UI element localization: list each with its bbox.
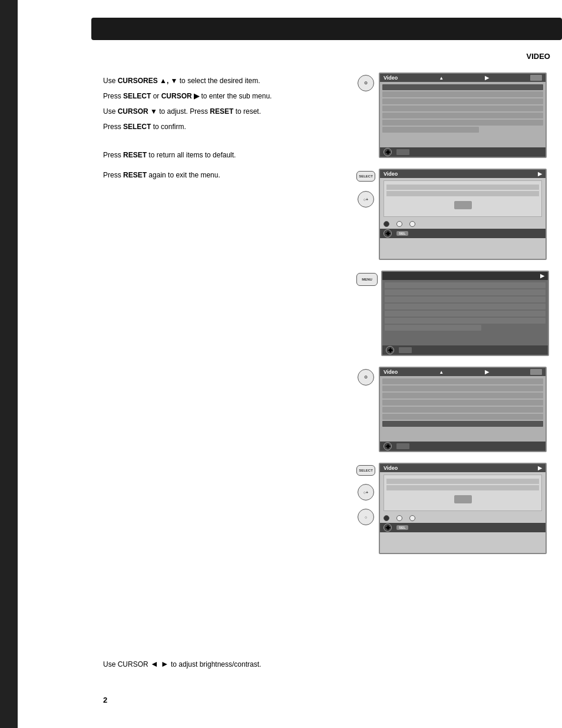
sub-panel-arrow-5: ▶ — [538, 465, 542, 471]
panel-button-col-3: MENU — [356, 271, 378, 286]
panel-button-col-5: SELECT ○+ ○ — [356, 463, 375, 525]
footer-rect-4 — [396, 443, 409, 449]
circle-button-2[interactable]: ○+ — [358, 191, 374, 207]
radio5-circle-2 — [396, 515, 402, 521]
footer-icon-4: ✦ — [384, 442, 392, 450]
radio-item-1 — [384, 221, 389, 227]
panel-footer-1: ✦ — [380, 147, 546, 157]
panel-footer-3: ✦ — [382, 345, 548, 355]
radio-item-3 — [409, 221, 415, 227]
select-label-1: SELECT — [123, 92, 151, 100]
panel-wrapper-4: ⊙ Video ▲ ▶ — [356, 367, 551, 452]
sub-panel-5: Video ▶ — [379, 463, 547, 554]
cursor-button-4[interactable]: ⊙ — [358, 369, 374, 386]
video-label: VIDEO — [527, 52, 550, 61]
radio-circle-filled — [384, 221, 389, 227]
bottom-instructions-block: Use CURSOR ◄ ► to adjust brightness/cont… — [103, 658, 351, 675]
radio-circle-3 — [409, 221, 415, 227]
left-sidebar-strip — [0, 0, 18, 728]
footer-rect-3 — [399, 347, 412, 353]
sub5-center — [386, 493, 539, 506]
circle-button-5a[interactable]: ○+ — [358, 484, 374, 500]
panel-button-col-2: SELECT ○+ — [356, 169, 375, 207]
dark-row-6 — [385, 318, 546, 324]
circle-button-5b[interactable]: ○ — [358, 509, 374, 525]
select-button-5[interactable]: SELECT — [356, 465, 375, 476]
sub5-row-1 — [386, 479, 539, 484]
panel-row-selected — [382, 84, 543, 90]
panel-arrow-3: ▶ — [540, 273, 544, 279]
reset-label-3: RESET — [123, 171, 147, 179]
panel-small-rect-1 — [530, 75, 542, 81]
cursor-icon-1: ⊙ — [364, 81, 368, 85]
panel-wrapper-5: SELECT ○+ ○ Video ▶ — [356, 463, 551, 554]
arrows-lr-icon: ◄ ► — [150, 659, 169, 668]
radio-row-5 — [380, 513, 546, 523]
panel-header-4: Video ▲ ▶ — [380, 368, 546, 376]
radio5-circle-3 — [409, 515, 415, 521]
p4-row-2 — [382, 386, 543, 391]
footer-icon-sub-5: ✦ — [384, 523, 392, 532]
dark-row-4 — [385, 304, 546, 309]
bottom-instruction-line: Use CURSOR ◄ ► to adjust brightness/cont… — [103, 658, 351, 670]
panel-row-4 — [382, 106, 543, 111]
top-bar — [91, 18, 562, 40]
cursor-button-1[interactable]: ⊙ — [358, 75, 374, 91]
panel-row-7 — [382, 127, 479, 133]
sub-panel-title-2: Video — [384, 171, 398, 177]
sub-panel-header-2: Video ▶ — [380, 170, 546, 178]
instruction-6: Press RESET again to exit the menu. — [103, 170, 356, 180]
instructions-block: Use CURSORES ▲, ▼ to select the desired … — [103, 75, 356, 185]
circle-icon-5a: ○+ — [363, 490, 368, 495]
panel-arrow-right-1: ▶ — [485, 75, 489, 81]
sub-panel-title-5: Video — [384, 465, 398, 471]
panel-wrapper-3: MENU ▶ ✦ — [356, 271, 551, 356]
footer-icon-1: ✦ — [384, 148, 392, 156]
sub-panel-arrow-2: ▶ — [538, 171, 542, 177]
sub-panel-footer-2: ✦ SEL — [380, 229, 546, 238]
p4-row-selected — [382, 421, 543, 427]
select-button-1[interactable]: SELECT — [356, 171, 375, 182]
cursores-label: CURSORES ▲, ▼ — [118, 77, 178, 85]
panel-arrow-up-1: ▲ — [439, 75, 444, 81]
radio-circle-2 — [396, 221, 402, 227]
screen-panel-4: Video ▲ ▶ ✦ — [379, 367, 547, 452]
sel-btn-small-5: SEL — [396, 525, 408, 530]
cursor-down-label: CURSOR ▼ — [118, 107, 157, 116]
p4-row-3 — [382, 393, 543, 398]
sub5-row-2 — [386, 485, 539, 490]
panel-button-col-1: ⊙ — [356, 73, 375, 91]
panel-title-4: Video — [384, 369, 398, 375]
panels-area: ⊙ Video ▲ ▶ — [356, 73, 551, 565]
panel-wrapper-1: ⊙ Video ▲ ▶ — [356, 73, 551, 158]
radio5-item-1 — [384, 515, 389, 521]
panel-row-3 — [382, 98, 543, 104]
center-small-rect-2 — [454, 201, 472, 209]
instruction-5: Press RESET to return all items to defau… — [103, 150, 356, 160]
menu-btn-label: MENU — [362, 278, 372, 281]
instruction-4: Press SELECT to confirm. — [103, 121, 356, 132]
panel-button-col-4: ⊙ — [356, 367, 375, 386]
instruction-3: Use CURSOR ▼ to adjust. Press RESET to r… — [103, 106, 356, 117]
sel-btn-small-2: SEL — [396, 231, 408, 236]
page-number: 2 — [103, 696, 107, 704]
radio-item-2 — [396, 221, 402, 227]
radio5-item-3 — [409, 515, 415, 521]
panel-wrapper-2: SELECT ○+ Video ▶ — [356, 169, 551, 260]
screen-panel-1: Video ▲ ▶ ✦ — [379, 73, 547, 158]
select-label-2: SELECT — [123, 123, 151, 131]
p4-row-6 — [382, 414, 543, 420]
select-btn-label-5: SELECT — [359, 469, 373, 472]
panel-row-5 — [382, 113, 543, 118]
p4-row-1 — [382, 378, 543, 384]
panel-rows-4 — [380, 376, 546, 429]
panel-arrow-right-4: ▶ — [485, 369, 489, 375]
reset-label-2: RESET — [123, 151, 147, 159]
sub-panel-footer-5: ✦ SEL — [380, 523, 546, 532]
menu-button[interactable]: MENU — [356, 273, 378, 286]
radio5-circle-filled — [384, 515, 389, 521]
sub-row-1 — [386, 185, 539, 190]
main-content: VIDEO Use CURSORES ▲, ▼ to select the de… — [91, 40, 562, 728]
panel-small-rect-4 — [530, 369, 542, 375]
reset-label-1: RESET — [210, 107, 233, 116]
